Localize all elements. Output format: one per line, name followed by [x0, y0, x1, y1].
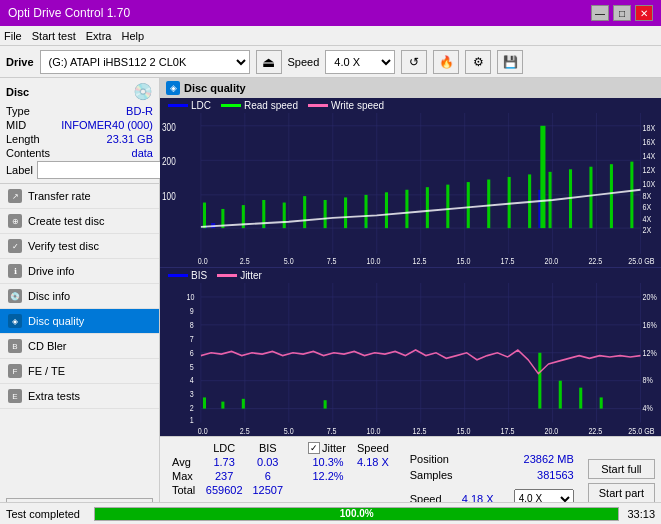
svg-text:16X: 16X	[643, 137, 656, 147]
svg-text:6X: 6X	[643, 202, 652, 212]
svg-text:10: 10	[187, 290, 195, 301]
table-row: Avg 1.73 0.03 10.3% 4.18 X	[168, 455, 394, 469]
drive-select[interactable]: (G:) ATAPI iHBS112 2 CL0K	[40, 50, 250, 74]
close-button[interactable]: ✕	[635, 5, 653, 21]
svg-text:22.5: 22.5	[588, 424, 602, 435]
maximize-button[interactable]: □	[613, 5, 631, 21]
position-label: Position	[410, 453, 449, 465]
progress-fill: 100.0%	[95, 508, 618, 520]
avg-label: Avg	[168, 455, 201, 469]
svg-text:20.0: 20.0	[544, 424, 558, 435]
menu-help[interactable]: Help	[121, 30, 144, 42]
avg-speed: 4.18 X	[352, 455, 394, 469]
speed-label: Speed	[288, 56, 320, 68]
sidebar-item-label-disc-quality: Disc quality	[28, 315, 84, 327]
minimize-button[interactable]: —	[591, 5, 609, 21]
svg-text:9: 9	[190, 304, 194, 315]
bis-header: BIS	[248, 441, 288, 455]
svg-text:17.5: 17.5	[500, 424, 514, 435]
svg-text:6: 6	[190, 346, 194, 357]
svg-text:14X: 14X	[643, 151, 656, 161]
svg-rect-89	[538, 352, 541, 408]
chart-title-bar: ◈ Disc quality	[160, 78, 661, 98]
main-content: Disc 💿 Type BD-R MID INFOMER40 (000) Len…	[0, 78, 661, 524]
save-button[interactable]: 💾	[497, 50, 523, 74]
svg-text:2.5: 2.5	[240, 424, 250, 435]
svg-rect-26	[283, 203, 286, 229]
sidebar-item-transfer-rate[interactable]: ↗ Transfer rate	[0, 184, 159, 209]
sidebar-item-label-cd-bler: CD Bler	[28, 340, 67, 352]
label-input[interactable]	[37, 161, 166, 179]
menu-file[interactable]: File	[4, 30, 22, 42]
app-title: Opti Drive Control 1.70	[8, 6, 130, 20]
settings-button[interactable]: ⚙	[465, 50, 491, 74]
svg-text:4X: 4X	[643, 214, 652, 224]
svg-text:300: 300	[162, 122, 176, 133]
nav-container: ↗ Transfer rate ⊕ Create test disc ✓ Ver…	[0, 184, 159, 409]
svg-rect-30	[364, 195, 367, 228]
svg-rect-34	[446, 185, 449, 228]
contents-label: Contents	[6, 147, 50, 159]
menu-extra[interactable]: Extra	[86, 30, 112, 42]
sidebar-item-extra-tests[interactable]: E Extra tests	[0, 384, 159, 409]
sidebar-item-create-test-disc[interactable]: ⊕ Create test disc	[0, 209, 159, 234]
sidebar-item-disc-quality[interactable]: ◈ Disc quality	[0, 309, 159, 334]
svg-text:1: 1	[190, 413, 194, 424]
table-row: Max 237 6 12.2%	[168, 469, 394, 483]
bottom-chart-legend: BIS Jitter	[160, 268, 661, 283]
sidebar-item-drive-info[interactable]: ℹ Drive info	[0, 259, 159, 284]
svg-text:15.0: 15.0	[457, 256, 471, 266]
svg-rect-43	[610, 164, 613, 228]
svg-text:7: 7	[190, 332, 194, 343]
sidebar-item-label-transfer-rate: Transfer rate	[28, 190, 91, 202]
avg-jitter: 10.3%	[304, 455, 352, 469]
svg-text:12.5: 12.5	[413, 256, 427, 266]
legend-ldc: LDC	[191, 100, 211, 111]
speed-select[interactable]: 4.0 X	[325, 50, 395, 74]
sidebar-item-disc-info[interactable]: 💿 Disc info	[0, 284, 159, 309]
svg-text:5: 5	[190, 360, 194, 371]
extra-tests-icon: E	[8, 389, 22, 403]
sidebar-item-cd-bler[interactable]: B CD Bler	[0, 334, 159, 359]
max-bis: 6	[248, 469, 288, 483]
legend-jitter: Jitter	[240, 270, 262, 281]
svg-rect-0	[160, 113, 661, 267]
status-time: 33:13	[627, 508, 655, 520]
status-text: Test completed	[6, 508, 86, 520]
sidebar-item-verify-test-disc[interactable]: ✓ Verify test disc	[0, 234, 159, 259]
cd-bler-icon: B	[8, 339, 22, 353]
sidebar: Disc 💿 Type BD-R MID INFOMER40 (000) Len…	[0, 78, 160, 524]
refresh-button[interactable]: ↺	[401, 50, 427, 74]
speed-header: Speed	[352, 441, 394, 455]
svg-text:3: 3	[190, 388, 194, 399]
svg-rect-35	[467, 182, 470, 228]
window-controls: — □ ✕	[591, 5, 653, 21]
avg-bis: 0.03	[248, 455, 288, 469]
svg-text:2X: 2X	[643, 226, 652, 236]
disc-panel: Disc 💿 Type BD-R MID INFOMER40 (000) Len…	[0, 78, 159, 184]
burn-button[interactable]: 🔥	[433, 50, 459, 74]
svg-rect-39	[540, 126, 545, 228]
disc-info-icon: 💿	[8, 289, 22, 303]
total-label: Total	[168, 483, 201, 497]
svg-rect-90	[559, 380, 562, 408]
drive-label: Drive	[6, 56, 34, 68]
svg-text:4: 4	[190, 374, 194, 385]
svg-text:25.0 GB: 25.0 GB	[628, 424, 654, 435]
svg-text:12X: 12X	[643, 165, 656, 175]
sidebar-item-fe-te[interactable]: F FE / TE	[0, 359, 159, 384]
jitter-checkbox[interactable]: ✓	[308, 442, 320, 454]
table-row: Total 659602 12507	[168, 483, 394, 497]
start-full-button[interactable]: Start full	[588, 459, 655, 479]
svg-text:22.5: 22.5	[588, 256, 602, 266]
svg-rect-91	[579, 387, 582, 408]
eject-button[interactable]: ⏏	[256, 50, 282, 74]
svg-text:20%: 20%	[643, 290, 658, 301]
svg-text:12%: 12%	[643, 346, 658, 357]
svg-text:18X: 18X	[643, 123, 656, 133]
menu-start-test[interactable]: Start test	[32, 30, 76, 42]
svg-rect-29	[344, 197, 347, 228]
chart-title: Disc quality	[184, 82, 246, 94]
start-part-button[interactable]: Start part	[588, 483, 655, 503]
svg-rect-33	[426, 187, 429, 228]
